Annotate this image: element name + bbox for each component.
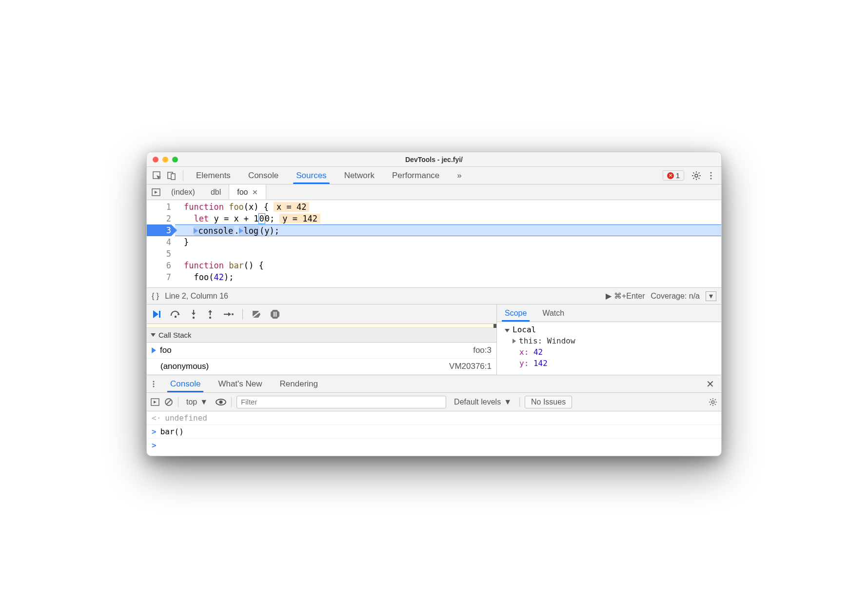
chevron-right-icon bbox=[513, 339, 516, 344]
console-result-row: <· undefined bbox=[147, 411, 721, 425]
run-snippet-label[interactable]: ▶ ⌘+Enter bbox=[606, 291, 645, 301]
drawer-tab-whatsnew[interactable]: What's New bbox=[209, 375, 271, 392]
inline-value-y: y = 142 bbox=[279, 214, 320, 223]
inline-value-x: x = 42 bbox=[274, 202, 309, 212]
tab-performance[interactable]: Performance bbox=[384, 167, 447, 184]
clear-console-icon[interactable] bbox=[164, 398, 173, 406]
live-expression-icon[interactable] bbox=[216, 399, 226, 405]
pretty-print-icon[interactable]: { } bbox=[152, 292, 159, 301]
tab-scope[interactable]: Scope bbox=[497, 305, 534, 322]
navigator-toggle-icon[interactable] bbox=[149, 188, 163, 196]
tab-elements[interactable]: Elements bbox=[188, 167, 238, 184]
source-editor[interactable]: 1 2 3 4 5 6 7 function foo(x) {x = 42 le… bbox=[147, 200, 721, 288]
chevron-down-icon bbox=[151, 333, 156, 337]
console-sidebar-toggle-icon[interactable] bbox=[151, 398, 159, 406]
svg-rect-8 bbox=[159, 311, 160, 318]
log-levels-selector[interactable]: Default levels ▼ bbox=[451, 398, 514, 406]
deactivate-breakpoints-icon[interactable] bbox=[252, 310, 261, 319]
console-settings-gear-icon[interactable] bbox=[709, 398, 717, 406]
scope-this[interactable]: this: Window bbox=[500, 335, 718, 346]
separator bbox=[231, 397, 232, 407]
separator bbox=[178, 397, 178, 407]
separator bbox=[242, 309, 243, 320]
drawer-tab-rendering[interactable]: Rendering bbox=[271, 375, 327, 392]
paused-indicator bbox=[147, 324, 496, 328]
separator bbox=[519, 397, 520, 407]
file-tab-dbl[interactable]: dbl bbox=[203, 184, 229, 200]
console-prompt-row[interactable]: > bbox=[147, 439, 721, 452]
stack-frame-foo[interactable]: foo foo:3 bbox=[147, 343, 496, 359]
breakpoint-line-3[interactable]: 3 bbox=[147, 224, 171, 236]
more-menu-icon[interactable] bbox=[705, 169, 717, 182]
editor-status-bar: { } Line 2, Column 16 ▶ ⌘+Enter Coverage… bbox=[147, 288, 721, 304]
console-output: <· undefined > bar() > bbox=[147, 411, 721, 456]
scope-var-x[interactable]: x: 42 bbox=[500, 346, 718, 358]
svg-point-11 bbox=[209, 316, 211, 318]
error-count-badge[interactable]: ✕ 1 bbox=[663, 170, 684, 181]
code-body[interactable]: function foo(x) {x = 42 let y = x + 100;… bbox=[175, 200, 721, 287]
tab-overflow[interactable]: » bbox=[449, 167, 469, 184]
titlebar: DevTools - jec.fyi/ bbox=[147, 152, 721, 167]
context-selector[interactable]: top ▼ bbox=[183, 398, 211, 406]
close-drawer-icon[interactable]: ✕ bbox=[702, 378, 718, 390]
step-over-icon[interactable] bbox=[170, 310, 181, 319]
devtools-window: DevTools - jec.fyi/ Elements Console Sou… bbox=[146, 152, 722, 456]
tab-sources[interactable]: Sources bbox=[288, 167, 334, 184]
tab-network[interactable]: Network bbox=[336, 167, 382, 184]
resume-icon[interactable] bbox=[152, 309, 161, 319]
svg-point-10 bbox=[193, 316, 195, 318]
line-gutter[interactable]: 1 2 3 4 5 6 7 bbox=[147, 200, 175, 287]
settings-gear-icon[interactable] bbox=[690, 169, 703, 182]
step-out-icon[interactable] bbox=[206, 309, 214, 319]
svg-rect-15 bbox=[276, 312, 276, 317]
result-arrow-icon: <· bbox=[152, 413, 161, 423]
step-into-icon[interactable] bbox=[190, 309, 197, 319]
close-icon[interactable]: ✕ bbox=[252, 188, 258, 196]
svg-point-4 bbox=[710, 172, 711, 173]
step-marker-icon bbox=[194, 228, 198, 234]
prompt-icon: > bbox=[152, 427, 157, 436]
tab-watch[interactable]: Watch bbox=[534, 305, 572, 322]
scope-variables: Local this: Window x: 42 y: 142 bbox=[497, 322, 721, 375]
error-count: 1 bbox=[676, 171, 680, 180]
inspect-element-icon[interactable] bbox=[151, 169, 163, 182]
console-toolbar: top ▼ Default levels ▼ No Issues bbox=[147, 393, 721, 411]
svg-point-23 bbox=[219, 400, 223, 404]
svg-point-5 bbox=[710, 175, 711, 176]
svg-line-21 bbox=[166, 400, 171, 405]
console-filter-input[interactable] bbox=[237, 396, 446, 408]
drawer-tab-console[interactable]: Console bbox=[161, 375, 209, 392]
stack-frame-anonymous[interactable]: (anonymous) VM20376:1 bbox=[147, 359, 496, 375]
device-toolbar-icon[interactable] bbox=[165, 169, 178, 182]
svg-point-3 bbox=[695, 174, 698, 177]
file-tabbar: (index) dbl foo ✕ bbox=[147, 184, 721, 200]
debugger-panes: Call Stack foo foo:3 (anonymous) VM20376… bbox=[147, 304, 721, 375]
coverage-label[interactable]: Coverage: n/a bbox=[651, 292, 700, 301]
debug-toolbar bbox=[147, 304, 496, 324]
svg-point-9 bbox=[175, 315, 177, 317]
issues-button[interactable]: No Issues bbox=[525, 396, 572, 408]
scope-watch-tabs: Scope Watch bbox=[497, 304, 721, 322]
call-stack-header[interactable]: Call Stack bbox=[147, 328, 496, 343]
dropdown-icon[interactable]: ▾ bbox=[706, 291, 716, 301]
scope-var-y[interactable]: y: 142 bbox=[500, 358, 718, 369]
drawer-more-icon[interactable] bbox=[150, 380, 161, 388]
current-exec-line: console.log(y); bbox=[175, 224, 721, 236]
pause-exceptions-icon[interactable] bbox=[270, 309, 280, 319]
svg-point-12 bbox=[232, 313, 234, 315]
file-tab-index[interactable]: (index) bbox=[163, 184, 203, 200]
cursor-position: Line 2, Column 16 bbox=[165, 292, 228, 301]
tab-console[interactable]: Console bbox=[240, 167, 286, 184]
svg-point-16 bbox=[153, 381, 155, 382]
window-title: DevTools - jec.fyi/ bbox=[147, 156, 721, 163]
file-tab-foo[interactable]: foo ✕ bbox=[229, 184, 266, 200]
main-tabbar: Elements Console Sources Network Perform… bbox=[147, 167, 721, 184]
prompt-icon: > bbox=[152, 441, 157, 450]
step-icon[interactable] bbox=[223, 310, 234, 318]
drawer-tabbar: Console What's New Rendering ✕ bbox=[147, 375, 721, 393]
chevron-down-icon bbox=[505, 329, 510, 332]
svg-point-6 bbox=[710, 178, 711, 179]
console-input-row[interactable]: > bar() bbox=[147, 425, 721, 439]
scope-local-header[interactable]: Local bbox=[500, 324, 718, 335]
svg-point-18 bbox=[153, 385, 155, 387]
